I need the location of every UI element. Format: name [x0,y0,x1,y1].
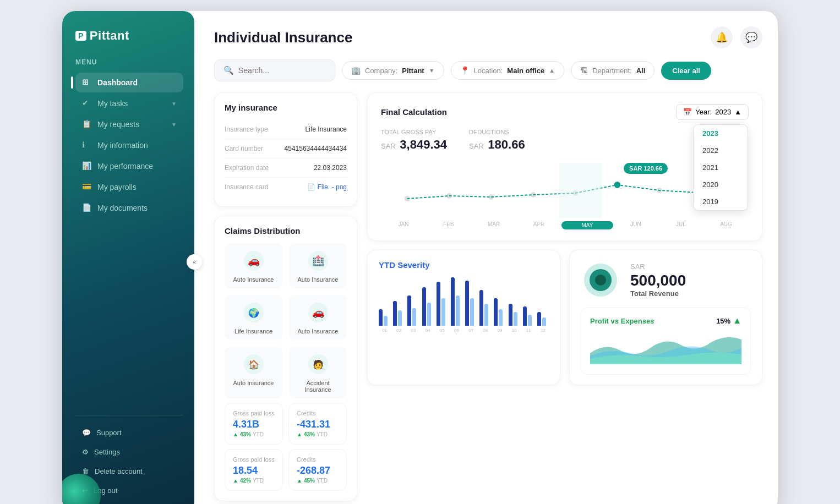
location-filter[interactable]: 📍 Location: Main office ▲ [451,61,565,80]
revenue-top: SAR 500,000 Total Revenue [581,260,751,300]
month-aug: AUG [703,221,749,229]
profit-label: Profit [590,317,609,325]
stat-gross-paid-loss-2: Gross paid loss 18.54 ▲ 42% YTD [225,449,283,491]
field-value-file[interactable]: 📄File. - png [307,183,347,191]
bar-chart [379,276,549,326]
claim-label: Auto Insurance [233,276,274,283]
sidebar: P Pittant Menu ⊞ Dashboard ✔ My tasks ▼ … [62,11,194,504]
sidebar-item-label: My tasks [97,99,128,108]
year-option-2020[interactable]: 2020 [694,176,748,193]
stat-pct: 42% [240,478,251,484]
chevron-down-icon: ▼ [171,101,177,107]
insurance-field-type: Insurance type Life Insurance [225,120,347,139]
bar-group-02 [393,301,405,326]
bar-group-10 [509,304,520,326]
bar-label: 09 [494,328,505,333]
sidebar-item-performance[interactable]: 📊 My performance [75,156,183,176]
content-grid: My insurance Insurance type Life Insuran… [214,92,762,501]
claim-item-accident[interactable]: 🧑 Accident Insurance [289,347,347,398]
svg-text:🧑: 🧑 [313,359,324,370]
trend-up-icon: ▲ [233,478,238,484]
bar-light [441,298,445,326]
trend-up-icon: ▲ [233,431,238,437]
sar-label: SAR [381,142,397,150]
requests-icon: 📋 [82,119,92,129]
year-dropdown: 2023 2022 2021 2020 2019 [693,124,748,211]
chart-tooltip: SAR 120.66 [624,163,668,174]
calc-header: Final Calculation 📅 Year: 2023 ▲ 2023 20… [381,104,749,120]
bar-label: 08 [479,328,491,333]
year-option-2022[interactable]: 2022 [694,142,748,159]
bar-light [456,295,460,326]
location-label: Location: [474,67,503,75]
claims-card-title: Claims Distribution [225,226,347,235]
building-icon: 🏢 [351,66,361,75]
revenue-info: SAR 500,000 Total Revenue [630,262,686,298]
stat-value: 18.54 [233,465,275,476]
month-jan: JAN [381,221,426,229]
gross-pay-label: TOTAL GROSS PAY [381,129,447,135]
svg-text:🌍: 🌍 [248,308,259,318]
bar-group-01 [379,309,390,326]
department-filter[interactable]: 🏗 Department: All [571,61,654,80]
sar-label: SAR [469,142,486,150]
sidebar-logo: P Pittant [75,29,183,43]
bar-group-12 [537,312,549,326]
claim-item-life[interactable]: 🌍 Life Insurance [225,295,282,340]
year-option-2021[interactable]: 2021 [694,159,748,176]
field-value-expiry: 22.03.2023 [314,164,347,172]
stat-badge: ▲ 42% YTD [233,478,275,484]
search-box[interactable]: 🔍 [214,59,335,81]
claim-item-home[interactable]: 🏠 Auto Insurance [225,347,282,398]
stat-label: Credits [297,456,339,463]
claim-item-auto3[interactable]: 🚗 Auto Insurance [289,295,347,340]
svg-text:🚗: 🚗 [312,306,325,319]
sidebar-item-documents[interactable]: 📄 My documents [75,198,183,218]
notification-button[interactable]: 🔔 [711,26,733,48]
bar-label: 04 [422,328,434,333]
calc-title: Final Calculation [381,107,447,117]
sidebar-item-information[interactable]: ℹ My information [75,135,183,155]
claim-item-medical[interactable]: 🏥 Auto Insurance [289,243,347,288]
deductions-label: DEDUCTIONS [469,129,525,135]
message-button[interactable]: 💬 [740,26,762,48]
stat-label: Gross paid loss [233,410,275,417]
sidebar-item-dashboard[interactable]: ⊞ Dashboard [75,73,183,92]
year-option-2019[interactable]: 2019 [694,193,748,210]
sidebar-item-payrolls[interactable]: 💳 My payrolls [75,177,183,197]
sidebar-item-label: Dashboard [97,78,138,87]
stat-badge: ▲ 43% YTD [233,431,275,437]
claim-label: Life Insurance [234,328,272,335]
search-input[interactable] [238,66,326,75]
bar-dark [422,287,426,326]
field-value-card: 45415634444434434 [285,145,347,152]
my-insurance-card: My insurance Insurance type Life Insuran… [214,92,357,207]
bar-dark [393,301,397,326]
support-icon: 💬 [82,429,91,437]
claim-item-auto1[interactable]: 🚗 Auto Insurance [225,243,282,288]
bar-light [384,316,388,326]
field-label-expiry: Expiration date [225,164,269,172]
clear-all-button[interactable]: Clear all [661,62,711,80]
year-selector[interactable]: 📅 Year: 2023 ▲ 2023 2022 2021 2020 2019 [676,104,749,120]
dashboard-icon: ⊞ [82,78,92,87]
bar-label: 05 [437,328,448,333]
stat-value: -268.87 [297,465,339,476]
sidebar-item-label: My performance [97,162,153,171]
deductions-metric: DEDUCTIONS SAR 180.66 [469,129,525,152]
sidebar-item-settings[interactable]: ⚙ Settings [75,443,183,461]
sidebar-item-requests[interactable]: 📋 My requests ▼ [75,114,183,134]
sidebar-bottom-label: Settings [94,448,120,456]
stat-value: -431.31 [297,419,339,430]
sidebar-item-delete-account[interactable]: 🗑 Delete account [75,463,183,480]
collapse-sidebar-button[interactable]: « [187,254,202,270]
sidebar-item-tasks[interactable]: ✔ My tasks ▼ [75,94,183,113]
chart-months: JAN FEB MAR APR MAY JUN JUL AUG [381,221,749,229]
sidebar-item-support[interactable]: 💬 Support [75,424,183,441]
company-filter[interactable]: 🏢 Company: Pittant ▼ [342,61,444,80]
accident-insurance-icon: 🧑 [306,352,330,376]
bar-dark [479,290,483,326]
stat-gross-paid-loss-1: Gross paid loss 4.31B ▲ 43% YTD [225,403,283,445]
year-option-2023[interactable]: 2023 [694,125,748,142]
month-feb: FEB [426,221,471,229]
